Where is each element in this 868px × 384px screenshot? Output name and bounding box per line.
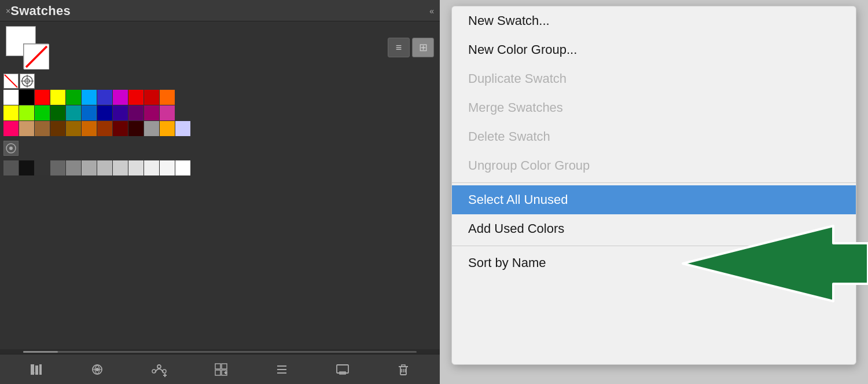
swatch-cell[interactable]: [160, 160, 175, 175]
panel-toolbar: [0, 354, 440, 384]
swatch-cell[interactable]: [128, 90, 144, 105]
swatch-cell[interactable]: [66, 90, 81, 105]
swatch-cell[interactable]: [19, 105, 34, 120]
menu-item-delete-swatch: Delete Swatch: [452, 122, 856, 151]
swatch-cell[interactable]: [82, 121, 97, 136]
swatch-cell[interactable]: [50, 121, 65, 136]
swatch-cell[interactable]: [66, 121, 81, 136]
swatch-cell[interactable]: [82, 90, 97, 105]
swatch-cell[interactable]: [113, 105, 128, 120]
preview-none-swatch[interactable]: [23, 43, 49, 69]
svg-rect-9: [35, 365, 38, 375]
none-swatch[interactable]: [3, 74, 19, 89]
swatch-cell[interactable]: [35, 90, 50, 105]
swatch-cell[interactable]: [113, 160, 128, 175]
swatch-cell[interactable]: [50, 105, 65, 120]
menu-item-select-all-unused[interactable]: Select All Unused: [452, 185, 856, 214]
context-menu: New Swatch...New Color Group...Duplicate…: [451, 6, 856, 365]
registration-swatch[interactable]: [20, 74, 35, 89]
color-preview-box: [6, 26, 49, 69]
swatch-cell[interactable]: [19, 160, 34, 175]
new-swatch-list-button[interactable]: [274, 362, 289, 377]
add-color-group-button[interactable]: [150, 362, 168, 377]
svg-rect-21: [215, 370, 220, 375]
list-view-button[interactable]: ≡: [388, 38, 410, 57]
swatch-cell[interactable]: [128, 105, 144, 120]
gray-swatches: [3, 160, 436, 175]
panel-scrollbar: [0, 349, 440, 354]
collapse-icon[interactable]: «: [429, 6, 434, 16]
swatch-cell[interactable]: [113, 90, 128, 105]
delete-swatch-button[interactable]: [396, 362, 411, 377]
swatch-grid-area[interactable]: [0, 71, 440, 349]
swatch-cell[interactable]: [82, 105, 97, 120]
scrollbar-track: [23, 351, 417, 353]
menu-separator-2: [452, 246, 856, 246]
menu-item-duplicate-swatch: Duplicate Swatch: [452, 64, 856, 93]
panel-titlebar: × Swatches «: [0, 0, 440, 21]
svg-rect-19: [215, 364, 220, 369]
swatch-cell[interactable]: [66, 160, 81, 175]
color-swatches-row3: [3, 121, 436, 136]
swatch-cell[interactable]: [128, 160, 144, 175]
close-icon[interactable]: ×: [6, 6, 10, 16]
color-swatches-row1: [3, 90, 436, 105]
swatch-cell[interactable]: [97, 105, 112, 120]
swatch-cell[interactable]: [3, 160, 19, 175]
color-swatches-row2: [3, 105, 436, 120]
swatch-cell[interactable]: [3, 105, 19, 120]
special-swatches-row: [3, 74, 436, 89]
new-color-group-button[interactable]: [214, 362, 229, 377]
view-toggle-group: ≡ ⊞: [388, 38, 434, 57]
swatch-cell[interactable]: [66, 105, 81, 120]
swatch-cell[interactable]: [144, 90, 159, 105]
svg-point-14: [157, 365, 161, 368]
swatch-cell[interactable]: [144, 160, 159, 175]
swatch-cell[interactable]: [35, 160, 50, 175]
swatches-panel: × Swatches « ≡ ⊞: [0, 0, 440, 384]
menu-item-add-used-colors[interactable]: Add Used Colors: [452, 214, 856, 243]
swatch-cell[interactable]: [35, 105, 50, 120]
swatch-cell[interactable]: [3, 90, 19, 105]
library-button[interactable]: [29, 362, 44, 377]
menu-item-ungroup-color-group: Ungroup Color Group: [452, 151, 856, 180]
svg-rect-20: [222, 364, 227, 369]
swatch-cell[interactable]: [160, 90, 175, 105]
spot-color-icon[interactable]: [3, 141, 19, 156]
swatch-cell[interactable]: [128, 121, 144, 136]
swatch-cell[interactable]: [160, 105, 175, 120]
swatch-cell[interactable]: [3, 121, 19, 136]
svg-point-7: [9, 147, 13, 150]
color-preview-row: ≡ ⊞: [0, 21, 440, 71]
swatch-cell[interactable]: [97, 90, 112, 105]
scrollbar-thumb: [23, 351, 58, 353]
swatch-cell[interactable]: [50, 160, 65, 175]
menu-item-new-swatch[interactable]: New Swatch...: [452, 6, 856, 35]
menu-item-new-color-group[interactable]: New Color Group...: [452, 35, 856, 64]
swatch-cell[interactable]: [144, 105, 159, 120]
menu-item-merge-swatches: Merge Swatches: [452, 93, 856, 122]
swatch-cell[interactable]: [175, 160, 190, 175]
grid-view-button[interactable]: ⊞: [412, 38, 434, 57]
panel-title: Swatches: [10, 3, 71, 19]
menu-items-container: New Swatch...New Color Group...Duplicate…: [452, 6, 856, 277]
swatch-cell[interactable]: [113, 121, 128, 136]
show-swatch-kinds-button[interactable]: [90, 362, 105, 377]
swatch-cell[interactable]: [144, 121, 159, 136]
svg-rect-10: [39, 364, 42, 375]
swatch-options-button[interactable]: [335, 362, 350, 377]
swatch-cell[interactable]: [97, 121, 112, 136]
swatch-cell[interactable]: [19, 121, 34, 136]
menu-item-sort-by-name[interactable]: Sort by Name: [452, 248, 856, 277]
swatch-cell[interactable]: [19, 90, 34, 105]
swatch-cell[interactable]: [35, 121, 50, 136]
swatch-cell[interactable]: [160, 121, 175, 136]
menu-separator: [452, 182, 856, 183]
special-icons-row: [3, 141, 436, 156]
swatch-cell[interactable]: [50, 90, 65, 105]
swatch-cell[interactable]: [82, 160, 97, 175]
swatch-cell[interactable]: [175, 121, 190, 136]
swatch-cell[interactable]: [97, 160, 112, 175]
